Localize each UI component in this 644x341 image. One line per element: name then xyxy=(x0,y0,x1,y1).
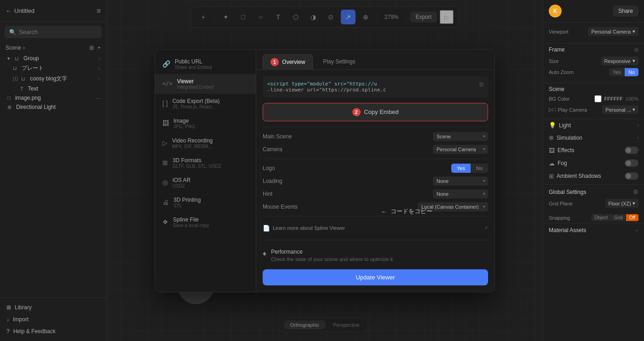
menu-item-code-export[interactable]: [ ] Code Export (Beta) JS, Three.js, Rea… xyxy=(155,94,256,114)
visibility-icon-coosy[interactable]: ○ xyxy=(98,76,101,82)
search-input[interactable] xyxy=(19,28,97,35)
tab-play-settings[interactable]: Play Settings xyxy=(316,54,362,69)
grid-plane-row: Grid Plane Floor (XZ) ▾ xyxy=(543,197,644,210)
library-icon: ⊞ xyxy=(6,304,11,311)
grid-plane-label: Grid Plane xyxy=(549,201,573,206)
tree-item-image[interactable]: □ image.png — xyxy=(0,93,106,102)
menu-label-3d-formats: 3D Formats xyxy=(172,157,201,164)
menu-sub-video: MP4, GIF, WEBM... xyxy=(172,144,248,149)
viewport-value[interactable]: Personal Camera ▾ xyxy=(588,27,638,36)
scene-label: Scene xyxy=(6,45,21,51)
menu-label-image: Image xyxy=(173,118,189,124)
logo-no-option[interactable]: No xyxy=(471,164,488,173)
menu-label-public-url: Public URL xyxy=(175,58,202,65)
bg-color-swatch[interactable] xyxy=(594,95,602,102)
mouse-events-select-wrap: Local (Canvas Container) xyxy=(418,202,488,211)
visibility-icon-image[interactable]: — xyxy=(96,95,101,101)
mouse-events-select[interactable]: Local (Canvas Container) xyxy=(418,202,488,211)
simulation-icon: ⊗ xyxy=(549,134,554,141)
tree-item-light[interactable]: ⊗ Directional Light xyxy=(0,102,106,112)
hamburger-icon[interactable]: ≡ xyxy=(97,7,101,15)
tree-item-text[interactable]: T Text xyxy=(0,84,106,93)
visibility-icon-plate[interactable]: ○ xyxy=(98,66,101,71)
loading-select[interactable]: None xyxy=(433,176,488,186)
ambient-shadows-toggle[interactable] xyxy=(625,172,638,180)
viewer-icon: </> xyxy=(162,80,172,87)
menu-item-3d-formats[interactable]: ⊞ 3D Formats GLTF, GLB, STL, USDZ xyxy=(155,153,256,173)
mouse-events-label: Mouse Events xyxy=(263,204,298,210)
code-preview: <script type="module" src="https://u -li… xyxy=(263,76,488,97)
tab-overview[interactable]: 1 Overview xyxy=(263,54,313,69)
search-bar[interactable]: 🔍 xyxy=(5,26,102,38)
ambient-shadows-row[interactable]: ⊞ Ambient Shadows xyxy=(543,170,644,182)
menu-label-video: Video Recording xyxy=(172,137,213,144)
size-value[interactable]: Responsive ▾ xyxy=(601,57,638,65)
frame-expand-icon[interactable]: ⊞ xyxy=(634,47,638,53)
menu-item-image[interactable]: 🖼 Image JPG, PNG xyxy=(155,114,256,133)
sidebar-bottom: ⊞ Library ↓ Import ? Help & Feedback xyxy=(0,297,107,341)
menu-item-spline-file[interactable]: ❖ Spline File Save a local copy xyxy=(155,212,256,232)
simulation-item-label: ⊗ Simulation xyxy=(549,134,582,141)
hint-select-wrap: None xyxy=(433,189,488,199)
play-camera-left: ▷□ Play Camera xyxy=(549,107,587,113)
visibility-icon[interactable]: ○ xyxy=(98,56,101,61)
snap-grid-option[interactable]: Grid xyxy=(611,214,626,221)
logo-yes-option[interactable]: Yes xyxy=(451,164,471,173)
effects-icon: 🖼 xyxy=(549,147,555,154)
auto-zoom-no-option[interactable]: No xyxy=(625,68,638,76)
camera-select[interactable]: Personal Camera xyxy=(433,145,488,154)
material-assets-row[interactable]: Material Assets + xyxy=(543,223,644,237)
share-button[interactable]: Share xyxy=(613,6,638,17)
material-assets-label: Material Assets xyxy=(549,227,586,233)
settings-icon[interactable]: ⚙ xyxy=(633,188,638,195)
image-export-icon: 🖼 xyxy=(162,119,169,127)
fog-row[interactable]: ☁ Fog xyxy=(543,157,644,170)
performance-icon: ♦ xyxy=(263,250,266,258)
fog-toggle[interactable] xyxy=(625,159,638,167)
sidebar-import-item[interactable]: ↓ Import xyxy=(0,313,107,325)
sidebar-library-item[interactable]: ⊞ Library xyxy=(0,301,107,313)
3d-formats-icon: ⊞ xyxy=(162,159,168,166)
effects-item-label: 🖼 Effects xyxy=(549,147,574,154)
external-link-icon: ↗ xyxy=(483,225,488,231)
tab-overview-label: Overview xyxy=(282,59,305,65)
hint-select[interactable]: None xyxy=(433,189,488,199)
tree-item-group[interactable]: ▾ ⊔ Group ○ xyxy=(0,54,106,63)
menu-item-video[interactable]: ▷ Video Recording MP4, GIF, WEBM... xyxy=(155,133,256,153)
logo-toggle-group: Yes No xyxy=(451,164,488,173)
light-row[interactable]: 💡 Light › xyxy=(543,119,644,131)
camera-label: Camera xyxy=(263,146,282,153)
learn-more-link[interactable]: 📄 Learn more about Spline Viewer xyxy=(263,225,345,232)
fog-label: Fog xyxy=(558,160,567,166)
menu-item-3d-printing[interactable]: 🖨 3D Printing STL xyxy=(155,193,256,212)
copy-embed-button[interactable]: 2 Copy Embed xyxy=(263,103,488,121)
effects-toggle[interactable] xyxy=(625,147,638,154)
scene-section-label: Scene xyxy=(549,86,638,92)
main-scene-select[interactable]: Scene xyxy=(433,132,488,141)
grid-plane-select[interactable]: Floor (XZ) ▾ xyxy=(605,199,639,208)
loading-label: Loading xyxy=(263,178,282,184)
tree-item-plate[interactable]: ⊔ プレート ○ xyxy=(0,63,106,74)
auto-zoom-row: Auto Zoom Yes No xyxy=(549,68,638,76)
snapping-label: Snapping xyxy=(549,215,570,221)
back-button[interactable]: ← Untitled xyxy=(6,7,34,14)
auto-zoom-yes-option[interactable]: Yes xyxy=(609,68,625,76)
scene-grid-icon[interactable]: ⊞ xyxy=(89,45,94,51)
play-camera-value[interactable]: Personal ... ▾ xyxy=(602,105,638,114)
tree-item-coosy[interactable]: [1] ⊔ coosy blog文字 ○ xyxy=(0,74,106,84)
snap-off-option[interactable]: Off xyxy=(626,214,638,221)
global-settings-label: Global Settings xyxy=(549,189,586,195)
learn-more-label: Learn more about Spline Viewer xyxy=(273,225,345,231)
update-viewer-button[interactable]: Update Viewer xyxy=(263,269,488,285)
menu-item-public-url[interactable]: 🔗 Public URL Share and Embed xyxy=(155,54,256,74)
scene-actions: ⊞ + xyxy=(89,45,101,51)
simulation-row[interactable]: ⊗ Simulation › xyxy=(543,131,644,144)
effects-row[interactable]: 🖼 Effects xyxy=(543,144,644,157)
help-icon: ? xyxy=(6,328,10,335)
menu-item-viewer[interactable]: </> Viewer Integrated Embed xyxy=(155,74,256,94)
snap-object-option[interactable]: Object xyxy=(591,214,611,221)
menu-item-ios-ar[interactable]: ◎ iOS AR USDZ xyxy=(155,173,256,193)
copy-code-icon[interactable]: ⧉ xyxy=(479,81,483,88)
scene-add-icon[interactable]: + xyxy=(98,45,101,51)
sidebar-help-item[interactable]: ? Help & Feedback xyxy=(0,325,107,337)
